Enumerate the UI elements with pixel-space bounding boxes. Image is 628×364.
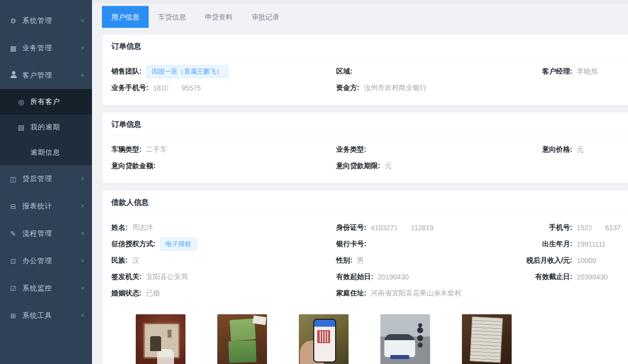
notebook-icon: ▤ (17, 123, 26, 131)
redaction-sticker (593, 223, 605, 232)
valid-from-label: 有效起始日: (336, 273, 373, 281)
business-type-field: 业务类型: (336, 145, 498, 154)
ethnicity-label: 民族: (111, 256, 128, 265)
intent-price-field: 意向价格:元 (498, 145, 621, 154)
ethnicity-value: 汉 (132, 256, 139, 265)
sidebar-item-office-management[interactable]: ⊡办公管理∨ (0, 247, 92, 274)
sales-team-label: 销售团队: (111, 67, 142, 76)
sidebar-item-report-statistics[interactable]: ⊟报表统计∨ (0, 192, 92, 220)
credit-auth-screenshot-photo[interactable] (299, 314, 349, 364)
marital-status-value: 已婚 (146, 289, 160, 298)
funder-label: 资金方: (336, 84, 359, 92)
sidebar-item-my-overdue[interactable]: ▤我的逾期 (0, 114, 92, 140)
monitor-icon: ☑ (9, 284, 18, 292)
credit-auth-screenshot-photo-item[interactable]: 征信授权 (299, 314, 349, 364)
credit-auth-method-label: 征信授权方式: (111, 240, 156, 249)
submenu-customer-management: ◎所有客户▤我的逾期逾期信息 (0, 89, 92, 165)
home-address-label: 家庭住址: (336, 289, 366, 298)
mobile-number-value-prefix: 1523 (577, 224, 592, 232)
top-bar-remnant (92, 0, 628, 3)
gender-label: 性别: (336, 256, 353, 265)
person-car-photo-item[interactable]: 人车合影 (380, 314, 430, 364)
funder-field: 资金方:汝州市农村商业银行 (336, 84, 498, 92)
sidebar-item-all-customers[interactable]: ◎所有客户 (0, 89, 92, 114)
field-row: 签发机关:宜阳县公安局有效起始日:20190430有效截止日:20390430 (111, 269, 621, 285)
intent-loan-term-field: 意向贷款期限:元 (336, 162, 498, 171)
region-field: 区域: (336, 67, 498, 76)
chevron-down-icon: ∨ (81, 203, 85, 209)
person-car-photo-detail (384, 334, 415, 357)
field-row: 销售团队:四团一营（直属王鹏飞）区域:客户经理:李晓旭 (111, 63, 621, 80)
main-content: 用户信息车贷信息申贷资料审批记录 订单信息销售团队:四团一营（直属王鹏飞）区域:… (92, 0, 628, 364)
net-monthly-income-label: 税后月收入/元: (498, 256, 572, 265)
driving-license-photo[interactable] (217, 314, 267, 364)
birth-date-value: 19911111 (577, 240, 606, 248)
chevron-down-icon: ∨ (81, 258, 85, 264)
sales-team-field: 销售团队:四团一营（直属王鹏飞） (111, 65, 336, 78)
sidebar-item-label: 逾期信息 (30, 148, 92, 157)
sidebar-item-label: 贷后管理 (22, 175, 81, 183)
vehicle-type-field: 车辆类型:二手车 (111, 145, 336, 154)
tab-user-info[interactable]: 用户信息 (102, 6, 149, 28)
bank-card-number-field: 银行卡号: (336, 240, 498, 249)
issuing-authority-value: 宜阳县公安局 (146, 273, 188, 281)
field-row: 民族:汉性别:男税后月收入/元:10000 (111, 252, 621, 269)
vehicle-type-value: 二手车 (146, 145, 167, 154)
office-icon: ⊡ (9, 257, 18, 265)
driving-license-photo-item[interactable]: 驾驶证正副页 (217, 314, 267, 364)
region-label: 区域: (336, 67, 353, 76)
id-card-photo-item[interactable]: 身份证 (136, 314, 185, 364)
home-address-value: 河南省宜阳县花果山乡木柴村 (371, 289, 461, 298)
toolbox-icon: ⊞ (9, 312, 18, 320)
sidebar-item-system-tools[interactable]: ⊞系统工具∨ (0, 302, 92, 329)
home-address-field: 家庭住址:河南省宜阳县花果山乡木柴村 (336, 289, 498, 298)
issuing-authority-label: 签发机关: (111, 273, 142, 281)
field-row: 业务手机号:181095575资金方:汝州市农村商业银行 (111, 80, 621, 96)
credit-auth-method-tag[interactable]: 电子授权 (160, 238, 197, 251)
borrower-name-label: 姓名: (111, 223, 128, 232)
borrower-name-field: 姓名:周志洋 (111, 223, 336, 232)
other-material-photo[interactable] (462, 314, 512, 364)
redaction-sticker (398, 223, 410, 232)
mobile-number-label: 手机号: (498, 223, 572, 232)
cards-container: 订单信息销售团队:四团一营（直属王鹏飞）区域:客户经理:李晓旭业务手机号:181… (92, 34, 628, 364)
business-phone-value-suffix: 95575 (181, 84, 201, 92)
birth-date-label: 出生年月: (498, 240, 572, 249)
ethnicity-field: 民族:汉 (111, 256, 336, 265)
credit-auth-method-field: 征信授权方式:电子授权 (111, 238, 336, 251)
net-monthly-income-value: 10000 (577, 257, 596, 265)
tab-bar: 用户信息车贷信息申贷资料审批记录 (102, 6, 628, 28)
book-icon: ◫ (9, 175, 18, 183)
business-type-label: 业务类型: (336, 145, 366, 154)
person-car-photo[interactable] (380, 314, 430, 364)
sidebar-item-customer-management[interactable]: 客户管理∧ (0, 62, 92, 89)
user-icon-shape (10, 71, 17, 78)
id-number-field: 身份证号:4103271112819 (336, 223, 498, 232)
sidebar-item-post-loan-management[interactable]: ◫贷后管理∨ (0, 165, 92, 192)
mobile-number-value-suffix: 6137 (605, 224, 621, 232)
sales-team-tag[interactable]: 四团一营（直属王鹏飞） (146, 65, 228, 78)
sidebar-item-system-monitor[interactable]: ☑系统监控∨ (0, 274, 92, 302)
funder-value: 汝州市农村商业银行 (364, 84, 427, 92)
card-order-info-2: 订单信息车辆类型:二手车业务类型:意向价格:元意向贷款金额:意向贷款期限:元 (102, 112, 628, 183)
sidebar-item-system-management[interactable]: ⚙系统管理∨ (0, 7, 92, 34)
id-number-value-suffix: 112819 (411, 224, 434, 232)
sidebar-item-label: 办公管理 (22, 257, 81, 266)
tab-car-loan-info[interactable]: 车贷信息 (149, 6, 195, 28)
sidebar-item-label: 系统监控 (22, 284, 81, 293)
sidebar-item-label: 业务管理 (22, 44, 81, 53)
redaction-sticker (169, 84, 181, 92)
tab-loan-application-docs[interactable]: 申贷资料 (195, 6, 242, 28)
chart-icon: ⊟ (9, 202, 18, 210)
gear-icon: ⚙ (9, 17, 18, 25)
id-card-photo[interactable] (136, 314, 185, 364)
sidebar-item-business-management[interactable]: ▦业务管理∨ (0, 34, 92, 62)
field-row: 婚姻状态:已婚家庭住址:河南省宜阳县花果山乡木柴村 (111, 285, 621, 301)
net-monthly-income-field: 税后月收入/元:10000 (498, 256, 621, 265)
document-photos: 身份证驾驶证正副页征信授权人车合影其他材料 (111, 301, 621, 364)
sidebar-item-overdue-info[interactable]: 逾期信息 (0, 140, 92, 165)
other-material-photo-item[interactable]: 其他材料 (462, 314, 512, 364)
sidebar-item-process-management[interactable]: ✎流程管理∨ (0, 220, 92, 247)
tab-approval-records[interactable]: 审批记录 (242, 6, 289, 28)
marital-status-label: 婚姻状态: (111, 289, 142, 298)
